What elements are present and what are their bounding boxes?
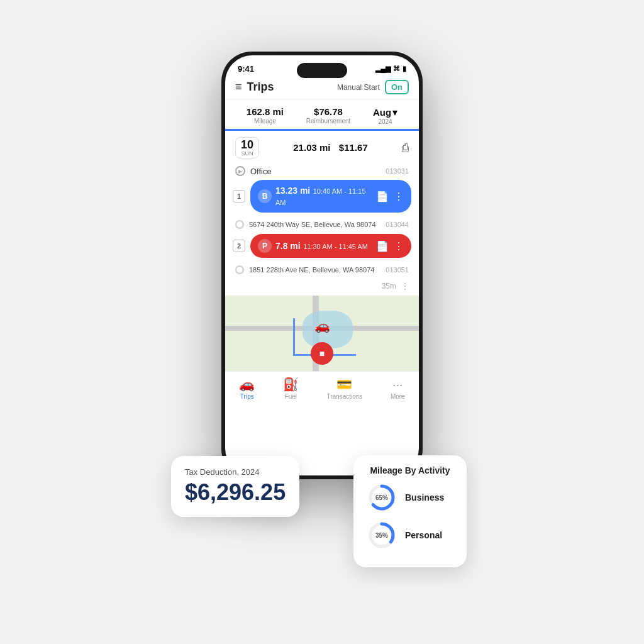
personal-donut: 35% bbox=[366, 519, 397, 551]
mileage-activity-card: Mileage By Activity 65% Business 35% Per… bbox=[353, 455, 467, 567]
mileage-label: Mileage bbox=[247, 118, 284, 125]
phone-shell: 9:41 ▂▄▆ ⌘ ▮ ≡ Trips Manual Start On bbox=[221, 52, 423, 479]
status-icons: ▂▄▆ ⌘ ▮ bbox=[375, 65, 406, 73]
header-right: Manual Start On bbox=[337, 80, 409, 94]
personal-type-label: Personal bbox=[405, 530, 442, 540]
nav-transactions[interactable]: 💳 Transactions bbox=[326, 377, 362, 400]
nav-trips[interactable]: 🚗 Trips bbox=[239, 377, 255, 400]
dynamic-island bbox=[297, 63, 347, 78]
bottom-nav: 🚗 Trips ⛽ Fuel 💳 Transactions ··· More bbox=[225, 371, 419, 408]
trip-item-2: 2 P 7.8 mi 11:30 AM - 11:45 AM 📄 ⋮ bbox=[233, 234, 411, 258]
scene: Tax Deduction, 2024 $6,296.25 Mileage By… bbox=[190, 52, 454, 592]
origin-row: ▶ Office 013031 bbox=[233, 162, 411, 180]
manual-start-toggle[interactable]: On bbox=[385, 80, 409, 94]
nav-more[interactable]: ··· More bbox=[391, 377, 405, 400]
header-left: ≡ Trips bbox=[235, 80, 274, 94]
stop-icon: ■ bbox=[319, 348, 325, 358]
map-area: 🚗 ■ bbox=[225, 296, 419, 371]
status-time: 9:41 bbox=[238, 64, 254, 74]
personal-percent-label: 35% bbox=[375, 532, 388, 539]
business-badge: B bbox=[258, 189, 272, 203]
trip-info-2: 7.8 mi 11:30 AM - 11:45 AM bbox=[275, 240, 372, 252]
day-number: 10 bbox=[241, 139, 253, 150]
day-amount: $11.67 bbox=[339, 142, 368, 153]
trips-nav-icon: 🚗 bbox=[239, 377, 255, 392]
chevron-down-icon: ▾ bbox=[392, 106, 397, 118]
nav-fuel[interactable]: ⛽ Fuel bbox=[283, 377, 299, 400]
trip-card-1-business[interactable]: B 13.23 mi 10:40 AM - 11:15 AM 📄 ⋮ bbox=[250, 180, 411, 213]
origin-dot: ▶ bbox=[235, 166, 245, 176]
waypoint-addr-2: 1851 228th Ave NE, Bellevue, WA 98074 bbox=[249, 266, 380, 274]
business-percent-label: 65% bbox=[375, 494, 388, 501]
personal-badge: P bbox=[258, 239, 272, 253]
document-icon-1[interactable]: 📄 bbox=[376, 191, 389, 203]
waypoint-row-1: 5674 240th Way SE, Bellevue, Wa 98074 01… bbox=[233, 218, 411, 231]
day-mileage: 21.03 mi bbox=[293, 142, 330, 153]
waypoint-dot-1 bbox=[235, 220, 244, 229]
trip-num-2: 2 bbox=[233, 240, 245, 252]
reimbursement-value: $76.78 bbox=[306, 106, 351, 117]
business-type-label: Business bbox=[405, 492, 444, 502]
trip-num-1: 1 bbox=[233, 190, 245, 203]
day-name: SUN bbox=[241, 150, 253, 157]
transactions-nav-label: Transactions bbox=[326, 393, 362, 400]
wifi-icon: ⌘ bbox=[393, 65, 400, 73]
fuel-nav-label: Fuel bbox=[285, 393, 297, 400]
trip-actions-2[interactable]: 📄 ⋮ bbox=[376, 240, 404, 252]
stop-recording-button[interactable]: ■ bbox=[311, 342, 333, 365]
month-dropdown[interactable]: Aug ▾ bbox=[373, 106, 397, 118]
header-title: Trips bbox=[247, 80, 274, 94]
waypoint-code-1: 013044 bbox=[386, 221, 409, 228]
more-icon-1[interactable]: ⋮ bbox=[394, 191, 404, 203]
trips-nav-label: Trips bbox=[240, 393, 254, 400]
share-icon[interactable]: ⎙ bbox=[402, 142, 409, 155]
battery-icon: ▮ bbox=[402, 65, 406, 73]
business-donut: 65% bbox=[366, 482, 397, 513]
duration-row: 35m ⋮ bbox=[233, 279, 411, 293]
personal-mileage-row: 35% Personal bbox=[366, 519, 454, 551]
trip-card-2-personal[interactable]: P 7.8 mi 11:30 AM - 11:45 AM 📄 ⋮ bbox=[250, 234, 411, 258]
more-icon-2[interactable]: ⋮ bbox=[394, 240, 404, 252]
waypoint-addr-1: 5674 240th Way SE, Bellevue, Wa 98074 bbox=[249, 221, 380, 228]
app-header: ≡ Trips Manual Start On bbox=[225, 76, 419, 100]
trip-distance-2: 7.8 mi bbox=[275, 241, 301, 251]
tax-label: Tax Deduction, 2024 bbox=[185, 467, 286, 477]
document-icon-2[interactable]: 📄 bbox=[376, 240, 389, 252]
fuel-nav-icon: ⛽ bbox=[283, 377, 299, 392]
mileage-stat: 162.8 mi Mileage bbox=[247, 106, 284, 125]
reimbursement-label: Reimbursement bbox=[306, 118, 351, 125]
day-box: 10 SUN bbox=[235, 137, 259, 158]
trip-list: ▶ Office 013031 1 B 13.23 mi 10:40 AM - … bbox=[225, 162, 419, 293]
origin-name: Office bbox=[250, 167, 380, 176]
play-icon: ▶ bbox=[238, 169, 242, 174]
tax-deduction-card: Tax Deduction, 2024 $6,296.25 bbox=[171, 456, 299, 517]
manual-start-label: Manual Start bbox=[337, 83, 380, 92]
trip-item-1: 1 B 13.23 mi 10:40 AM - 11:15 AM 📄 ⋮ bbox=[233, 180, 411, 213]
more-nav-icon: ··· bbox=[392, 377, 403, 392]
day-header: 10 SUN 21.03 mi $11.67 ⎙ bbox=[225, 131, 419, 162]
transactions-nav-icon: 💳 bbox=[336, 377, 352, 392]
trip-distance-1: 13.23 mi bbox=[275, 186, 310, 196]
duration-more-icon[interactable]: ⋮ bbox=[401, 282, 409, 291]
origin-code: 013031 bbox=[386, 167, 409, 175]
month-stat[interactable]: Aug ▾ 2024 bbox=[373, 106, 397, 125]
year-value: 2024 bbox=[373, 118, 397, 125]
trip-info-1: 13.23 mi 10:40 AM - 11:15 AM bbox=[275, 185, 372, 208]
menu-icon[interactable]: ≡ bbox=[235, 80, 242, 94]
mileage-value: 162.8 mi bbox=[247, 106, 284, 117]
mileage-card-title: Mileage By Activity bbox=[366, 465, 454, 475]
phone-screen: 9:41 ▂▄▆ ⌘ ▮ ≡ Trips Manual Start On bbox=[225, 55, 419, 475]
reimbursement-stat: $76.78 Reimbursement bbox=[306, 106, 351, 125]
signal-icon: ▂▄▆ bbox=[375, 65, 391, 73]
tax-amount: $6,296.25 bbox=[185, 479, 286, 506]
waypoint-row-2: 1851 228th Ave NE, Bellevue, WA 98074 01… bbox=[233, 263, 411, 277]
month-value: Aug bbox=[373, 107, 391, 118]
trip-actions-1[interactable]: 📄 ⋮ bbox=[376, 191, 404, 203]
more-nav-label: More bbox=[391, 393, 405, 400]
stats-row: 162.8 mi Mileage $76.78 Reimbursement Au… bbox=[225, 100, 419, 131]
duration-value: 35m bbox=[382, 282, 396, 291]
waypoint-code-2: 013051 bbox=[386, 266, 409, 274]
waypoint-dot-2 bbox=[235, 265, 244, 274]
business-mileage-row: 65% Business bbox=[366, 482, 454, 513]
trip-time-2: 11:30 AM - 11:45 AM bbox=[303, 243, 368, 250]
